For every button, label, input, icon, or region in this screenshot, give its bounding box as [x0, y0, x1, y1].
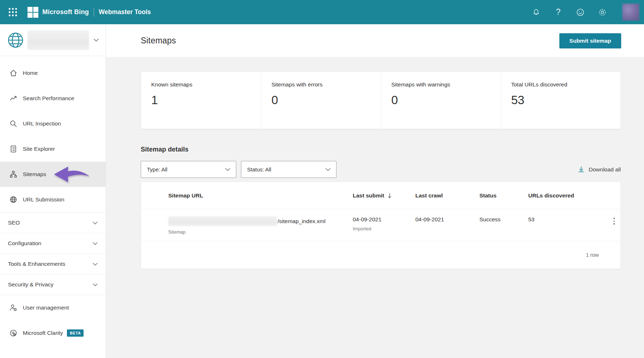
product-name: Webmaster Tools — [99, 8, 151, 16]
table-row[interactable]: /sitemap_index.xml Sitemap 04-09-2021 Im… — [141, 209, 620, 241]
sidebar-section-tools-enhancements[interactable]: Tools & Enhancements — [0, 253, 106, 274]
sidebar-section-label: Tools & Enhancements — [8, 261, 65, 267]
status-cell: Success — [479, 216, 528, 235]
globe-icon — [7, 32, 24, 48]
sitemap-url-cell: /sitemap_index.xml Sitemap — [168, 216, 353, 235]
brand-block[interactable]: Microsoft Bing Webmaster Tools — [27, 7, 151, 18]
type-filter-dropdown[interactable]: Type: All — [141, 161, 236, 178]
sidebar-item-search-performance[interactable]: Search Performance — [0, 86, 106, 111]
sidebar-item-label: User management — [23, 304, 69, 311]
stat-label: Total URLs discovered — [511, 81, 610, 88]
column-header-urls-discovered[interactable]: URLs discovered — [528, 192, 608, 199]
sitemaps-table: Sitemap URL Last submit Last crawl Statu… — [141, 182, 621, 269]
chevron-down-icon — [93, 242, 98, 245]
site-selector[interactable] — [0, 24, 106, 56]
help-icon[interactable]: ? — [551, 5, 565, 20]
download-icon — [578, 166, 585, 173]
sidebar-item-label: Microsoft Clarity — [23, 330, 63, 336]
site-explorer-icon — [9, 145, 18, 153]
top-bar: Microsoft Bing Webmaster Tools ? — [0, 0, 644, 24]
sidebar-nav: Home Search Performance URL Inspection — [0, 56, 106, 346]
url-suffix: /sitemap_index.xml — [277, 218, 326, 225]
stat-card-sitemaps-with-warnings: Sitemaps with warnings 0 — [381, 72, 501, 129]
sidebar-section-label: Security & Privacy — [8, 281, 54, 288]
trending-up-icon — [9, 94, 18, 103]
status-filter-dropdown[interactable]: Status: All — [241, 161, 336, 178]
column-header-last-crawl[interactable]: Last crawl — [415, 192, 479, 199]
column-header-last-submit[interactable]: Last submit — [353, 192, 415, 199]
stat-value: 0 — [271, 93, 370, 107]
notifications-icon[interactable] — [529, 5, 543, 20]
sidebar-item-url-inspection[interactable]: URL Inspection — [0, 111, 106, 136]
sidebar-item-label: URL Inspection — [23, 120, 61, 127]
feedback-icon[interactable] — [573, 5, 588, 20]
last-submit-note: Imported — [353, 226, 415, 231]
sidebar-item-home[interactable]: Home — [0, 60, 106, 86]
submit-sitemap-button[interactable]: Submit sitemap — [559, 33, 621, 48]
site-name-redacted — [27, 30, 89, 50]
sidebar-item-url-submission[interactable]: URL Submission — [0, 187, 106, 212]
app-launcher-icon[interactable] — [6, 5, 20, 20]
sitemap-icon — [9, 170, 18, 179]
last-submit-cell: 04-09-2021 Imported — [353, 216, 415, 235]
stats-strip: Known sitemaps 1 Sitemaps with errors 0 … — [141, 71, 621, 129]
avatar[interactable] — [622, 3, 640, 21]
stat-label: Known sitemaps — [151, 81, 251, 88]
table-footer: 1 row — [141, 241, 620, 269]
main-content: Sitemaps Submit sitemap Known sitemaps 1… — [106, 24, 644, 358]
type-filter-value: Type: All — [147, 166, 168, 172]
sidebar-sections: SEO Configuration Tools & Enhancements S… — [0, 212, 106, 295]
beta-badge: BETA — [67, 329, 84, 337]
table-header-row: Sitemap URL Last submit Last crawl Statu… — [141, 182, 620, 209]
home-icon — [9, 69, 18, 77]
globe-outline-icon — [9, 195, 18, 204]
annotation-arrow — [54, 166, 90, 183]
sidebar-item-label: Sitemaps — [23, 171, 46, 178]
sidebar: Home Search Performance URL Inspection — [0, 24, 106, 358]
settings-icon[interactable] — [595, 5, 610, 20]
stat-value: 1 — [151, 93, 251, 107]
brand-separator — [94, 8, 94, 17]
content-area: Known sitemaps 1 Sitemaps with errors 0 … — [106, 57, 644, 269]
chevron-down-icon — [93, 38, 99, 42]
url-domain-redacted — [168, 216, 277, 226]
stat-label: Sitemaps with errors — [271, 81, 370, 88]
sidebar-item-user-management[interactable]: User management — [0, 295, 106, 320]
sitemap-details-heading: Sitemap details — [141, 146, 621, 153]
topbar-actions: ? — [529, 3, 640, 21]
page-header: Sitemaps Submit sitemap — [106, 24, 644, 57]
stat-value: 0 — [391, 93, 491, 107]
search-icon — [9, 119, 18, 128]
sidebar-item-sitemaps[interactable]: Sitemaps — [0, 162, 106, 187]
chevron-down-icon — [325, 168, 331, 171]
sidebar-item-label: URL Submission — [23, 196, 64, 203]
sitemap-type-label: Sitemap — [168, 229, 353, 235]
sidebar-section-security-privacy[interactable]: Security & Privacy — [0, 274, 106, 295]
column-header-sitemap-url[interactable]: Sitemap URL — [168, 192, 353, 199]
row-count: 1 row — [586, 252, 599, 258]
sidebar-section-configuration[interactable]: Configuration — [0, 233, 106, 253]
status-filter-value: Status: All — [247, 166, 271, 172]
urls-discovered-cell: 53 — [528, 216, 608, 235]
stat-value: 53 — [511, 93, 610, 107]
microsoft-logo-icon — [27, 7, 38, 18]
chevron-down-icon — [93, 283, 98, 286]
sidebar-item-site-explorer[interactable]: Site Explorer — [0, 136, 106, 162]
stat-card-sitemaps-with-errors: Sitemaps with errors 0 — [261, 72, 381, 129]
brand-name: Microsoft Bing — [42, 8, 89, 16]
last-crawl-cell: 04-09-2021 — [415, 216, 479, 235]
sidebar-item-microsoft-clarity[interactable]: Microsoft Clarity BETA — [0, 320, 106, 346]
row-menu-kebab-icon[interactable] — [608, 216, 620, 226]
last-submit-date: 04-09-2021 — [353, 216, 415, 223]
stat-card-total-urls-discovered: Total URLs discovered 53 — [501, 72, 620, 129]
user-icon — [9, 303, 18, 312]
sidebar-section-seo[interactable]: SEO — [0, 212, 106, 233]
column-header-status[interactable]: Status — [479, 192, 528, 199]
sidebar-item-label: Search Performance — [23, 95, 74, 102]
filters-row: Type: All Status: All Download all — [141, 161, 621, 178]
chevron-down-icon — [93, 221, 98, 225]
download-all-button[interactable]: Download all — [578, 166, 621, 173]
sidebar-section-label: Configuration — [8, 240, 41, 247]
stat-card-known-sitemaps: Known sitemaps 1 — [141, 72, 261, 129]
sidebar-section-label: SEO — [8, 220, 20, 226]
